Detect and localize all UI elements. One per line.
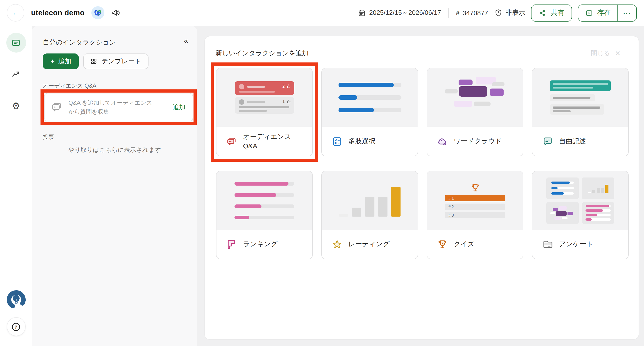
date-range: 2025/12/15～2026/06/17 bbox=[369, 8, 441, 17]
qa-prompt-card[interactable]: Q&A を追加してオーディエンスから質問を収集 追加 bbox=[44, 93, 193, 121]
share-label: 共有 bbox=[551, 8, 564, 17]
help-button[interactable]: ? bbox=[6, 317, 26, 336]
card-quiz[interactable]: # 1 # 2 # 3 クイズ bbox=[427, 171, 524, 259]
more-options-button[interactable]: ··· bbox=[618, 5, 636, 21]
more-icon: ··· bbox=[623, 9, 631, 16]
back-button[interactable]: ← bbox=[7, 4, 24, 21]
ranking-steps-icon bbox=[226, 239, 237, 250]
card-label-word-cloud: ワードクラウド bbox=[454, 137, 502, 146]
card-label-open-text: 自由記述 bbox=[559, 137, 586, 146]
multiple-choice-illustration bbox=[322, 68, 418, 127]
qa-add-link[interactable]: 追加 bbox=[173, 103, 186, 111]
svg-text:?: ? bbox=[15, 324, 18, 329]
chat-bubbles-icon bbox=[51, 101, 63, 113]
chevron-double-left-icon: « bbox=[184, 36, 188, 45]
webex-logo-icon bbox=[94, 8, 102, 17]
collapse-panel-button[interactable]: « bbox=[184, 36, 188, 45]
present-icon bbox=[585, 9, 593, 17]
page-title: utelecon demo bbox=[31, 8, 84, 17]
thumbs-up-icon bbox=[286, 99, 290, 104]
card-label-multiple-choice: 多肢選択 bbox=[348, 137, 375, 146]
grid-icon bbox=[91, 58, 98, 65]
app-window: ⚙ ? ← utelecon demo bbox=[0, 0, 644, 346]
interactions-icon bbox=[11, 38, 21, 47]
utelecon-logo bbox=[6, 289, 26, 310]
card-open-text[interactable]: 自由記述 bbox=[532, 68, 629, 156]
card-rating[interactable]: レーティング bbox=[321, 171, 418, 259]
card-label-quiz: クイズ bbox=[454, 240, 474, 249]
polls-section-label: 投票 bbox=[43, 134, 54, 141]
present-split-button: 存在 ··· bbox=[578, 4, 637, 21]
hidden-toggle[interactable]: 非表示 bbox=[494, 8, 525, 17]
shield-alert-icon bbox=[494, 8, 502, 17]
trophy-icon bbox=[437, 239, 448, 250]
folder-icon bbox=[542, 239, 553, 250]
rating-illustration bbox=[322, 171, 418, 230]
hidden-label: 非表示 bbox=[506, 8, 525, 17]
present-label: 存在 bbox=[597, 8, 611, 17]
sidebar-item-settings[interactable]: ⚙ bbox=[6, 96, 26, 116]
ranking-illustration bbox=[216, 171, 312, 230]
add-interaction-panel: 新しいインタラクションを追加 閉じる ✕ 2 bbox=[204, 36, 639, 340]
sidebar-item-interactions[interactable] bbox=[6, 33, 26, 53]
annotation-box-qa-prompt: Q&A を追加してオーディエンスから質問を収集 追加 bbox=[40, 89, 197, 125]
cloud-icon bbox=[437, 136, 448, 147]
star-icon bbox=[332, 239, 342, 250]
question-mark-icon: ? bbox=[11, 322, 21, 332]
card-label-ranking: ランキング bbox=[243, 240, 278, 249]
card-survey[interactable]: アンケート bbox=[532, 171, 629, 259]
word-cloud-illustration bbox=[427, 68, 523, 127]
plus-icon: + bbox=[50, 57, 55, 65]
templates-button[interactable]: テンプレート bbox=[84, 53, 148, 69]
quiz-rank-2: # 2 bbox=[445, 203, 505, 210]
close-label: 閉じる bbox=[591, 49, 610, 57]
event-code-group: # 3470877 bbox=[456, 9, 488, 16]
top-header: ← utelecon demo 2025/12/15～ bbox=[0, 0, 644, 26]
event-code: 3470877 bbox=[463, 9, 488, 16]
add-button-label: 追加 bbox=[58, 57, 71, 66]
card-multiple-choice[interactable]: 多肢選択 bbox=[321, 68, 418, 156]
thumbs-up-icon bbox=[286, 84, 290, 89]
qa-section-label: オーディエンス Q&A bbox=[43, 82, 96, 90]
lightbulb-logo-icon bbox=[6, 289, 26, 310]
survey-illustration bbox=[532, 171, 628, 230]
qa-prompt-text: Q&A を追加してオーディエンスから質問を収集 bbox=[68, 98, 158, 116]
checklist-icon bbox=[332, 136, 342, 147]
quiz-rank-3: # 3 bbox=[445, 212, 505, 218]
close-icon: ✕ bbox=[615, 49, 620, 57]
back-arrow-icon: ← bbox=[12, 8, 19, 17]
calendar-icon bbox=[358, 9, 366, 17]
gear-icon: ⚙ bbox=[12, 101, 20, 110]
panel-heading: 自分のインタラクション bbox=[43, 38, 116, 47]
card-ranking[interactable]: ランキング bbox=[216, 171, 313, 259]
quiz-rank-1: # 1 bbox=[445, 195, 505, 201]
share-button[interactable]: 共有 bbox=[531, 4, 572, 21]
left-icon-rail: ⚙ ? bbox=[0, 26, 32, 346]
my-interactions-panel: 自分のインタラクション « + 追加 テンプレート オーディエンス Q&A bbox=[32, 26, 197, 346]
speaker-icon[interactable] bbox=[111, 8, 120, 17]
card-label-rating: レーティング bbox=[348, 240, 390, 249]
hash-icon: # bbox=[456, 9, 460, 16]
close-button[interactable]: 閉じる ✕ bbox=[591, 49, 620, 57]
interaction-card-grid: 2 1 bbox=[216, 68, 629, 259]
sidebar-item-analytics[interactable] bbox=[6, 64, 26, 84]
empty-state-text: やり取りはこちらに表示されます bbox=[32, 146, 197, 154]
main-heading: 新しいインタラクションを追加 bbox=[216, 49, 309, 57]
share-icon bbox=[539, 9, 547, 17]
text-bubble-icon bbox=[542, 136, 553, 147]
quiz-illustration: # 1 # 2 # 3 bbox=[427, 171, 523, 230]
webex-badge[interactable] bbox=[91, 6, 104, 19]
card-label-audience-qa: オーディエンス Q&A bbox=[243, 132, 306, 151]
date-range-group: 2025/12/15～2026/06/17 bbox=[358, 8, 441, 17]
divider bbox=[448, 8, 449, 18]
present-button[interactable]: 存在 bbox=[578, 5, 618, 21]
trend-icon bbox=[11, 69, 21, 79]
templates-button-label: テンプレート bbox=[102, 57, 141, 66]
card-audience-qa[interactable]: 2 1 bbox=[216, 68, 313, 156]
add-button[interactable]: + 追加 bbox=[43, 53, 79, 69]
card-word-cloud[interactable]: ワードクラウド bbox=[427, 68, 524, 156]
open-text-illustration bbox=[532, 68, 628, 127]
qa-chat-icon bbox=[226, 136, 237, 147]
trophy-icon bbox=[470, 183, 480, 192]
qa-card-illustration: 2 1 bbox=[216, 68, 312, 127]
